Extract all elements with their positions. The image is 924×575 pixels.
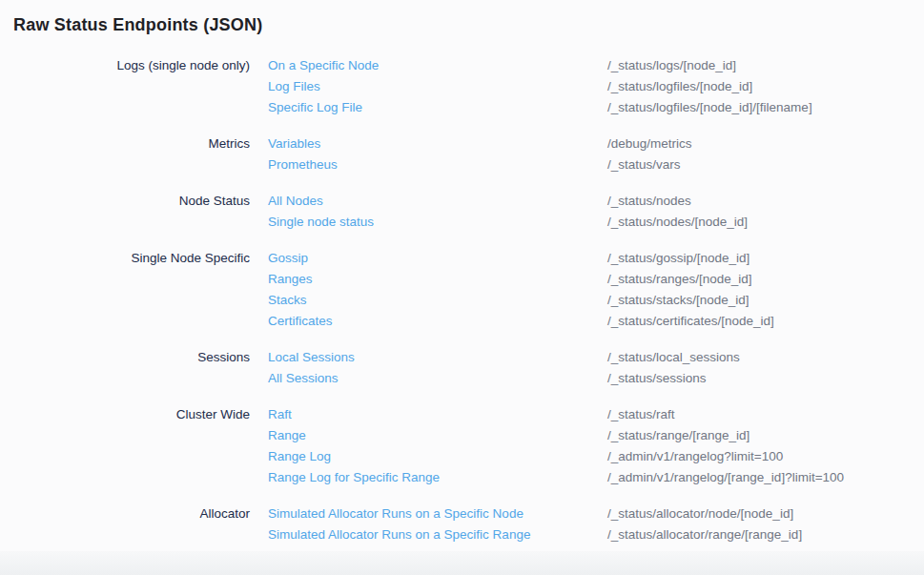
links-column: RaftRangeRange LogRange Log for Specific… <box>250 404 607 488</box>
endpoint-link[interactable]: Raft <box>268 404 292 425</box>
endpoint-path: /_status/logfiles/[node_id] <box>607 76 752 97</box>
endpoint-link[interactable]: Gossip <box>268 248 308 269</box>
endpoint-link[interactable]: On a Specific Node <box>268 55 379 76</box>
endpoint-link[interactable]: Certificates <box>268 311 333 332</box>
endpoint-sections: Logs (single node only) On a Specific No… <box>13 55 911 545</box>
links-column: All NodesSingle node status <box>250 191 607 233</box>
endpoint-path: /_status/allocator/node/[node_id] <box>607 503 793 524</box>
category-label: Logs (single node only) <box>13 55 250 118</box>
endpoint-link[interactable]: Stacks <box>268 290 307 311</box>
paths-column: /_status/logs/[node_id]/_status/logfiles… <box>607 55 911 118</box>
links-column: Local SessionsAll Sessions <box>250 347 607 389</box>
endpoint-section: Allocator Simulated Allocator Runs on a … <box>13 503 911 545</box>
page-title: Raw Status Endpoints (JSON) <box>13 12 911 37</box>
endpoint-path: /_status/certificates/[node_id] <box>607 311 774 332</box>
category-label: Allocator <box>13 503 250 545</box>
paths-column: /_status/allocator/node/[node_id]/_statu… <box>607 503 911 545</box>
endpoint-path: /_status/sessions <box>607 368 707 389</box>
endpoint-link[interactable]: Specific Log File <box>268 97 362 118</box>
endpoint-link[interactable]: Log Files <box>268 76 320 97</box>
endpoint-path: /_status/vars <box>607 154 681 175</box>
links-column: Simulated Allocator Runs on a Specific N… <box>250 503 607 545</box>
endpoint-link[interactable]: Variables <box>268 133 320 154</box>
links-column: VariablesPrometheus <box>250 133 607 175</box>
endpoint-link[interactable]: Range <box>268 425 306 446</box>
endpoint-path: /debug/metrics <box>607 133 692 154</box>
paths-column: /_status/nodes/_status/nodes/[node_id] <box>607 191 911 233</box>
endpoint-path: /_status/logs/[node_id] <box>607 55 736 76</box>
paths-column: /debug/metrics/_status/vars <box>607 133 911 175</box>
endpoint-path: /_status/nodes/[node_id] <box>607 212 748 233</box>
endpoint-path: /_status/nodes <box>607 191 691 212</box>
endpoint-section: Node Status All NodesSingle node status … <box>13 191 911 233</box>
category-label: Sessions <box>13 347 250 389</box>
paths-column: /_status/local_sessions/_status/sessions <box>607 347 911 389</box>
endpoint-section: Metrics VariablesPrometheus /debug/metri… <box>13 133 911 175</box>
category-label: Single Node Specific <box>13 248 250 332</box>
endpoint-link[interactable]: Ranges <box>268 269 313 290</box>
endpoint-path: /_status/gossip/[node_id] <box>607 248 749 269</box>
paths-column: /_status/raft/_status/range/[range_id]/_… <box>607 404 911 488</box>
endpoint-path: /_status/local_sessions <box>607 347 740 368</box>
endpoint-link[interactable]: All Nodes <box>268 191 323 212</box>
endpoint-path: /_admin/v1/rangelog?limit=100 <box>607 446 783 467</box>
raw-status-endpoints-page: Raw Status Endpoints (JSON) Logs (single… <box>0 0 924 545</box>
endpoint-section: Single Node Specific GossipRangesStacksC… <box>13 248 911 332</box>
endpoint-path: /_admin/v1/rangelog/[range_id]?limit=100 <box>607 467 844 488</box>
endpoint-link[interactable]: Prometheus <box>268 154 338 175</box>
endpoint-section: Logs (single node only) On a Specific No… <box>13 55 911 118</box>
links-column: On a Specific NodeLog FilesSpecific Log … <box>250 55 607 118</box>
endpoint-link[interactable]: Local Sessions <box>268 347 355 368</box>
footer-strip <box>0 551 924 575</box>
endpoint-link[interactable]: Range Log for Specific Range <box>268 467 440 488</box>
endpoint-link[interactable]: All Sessions <box>268 368 339 389</box>
endpoint-link[interactable]: Range Log <box>268 446 331 467</box>
category-label: Node Status <box>13 191 250 233</box>
endpoint-path: /_status/stacks/[node_id] <box>607 290 749 311</box>
links-column: GossipRangesStacksCertificates <box>250 248 607 332</box>
endpoint-link[interactable]: Simulated Allocator Runs on a Specific N… <box>268 503 524 524</box>
endpoint-path: /_status/range/[range_id] <box>607 425 749 446</box>
endpoint-path: /_status/raft <box>607 404 675 425</box>
endpoint-section: Cluster Wide RaftRangeRange LogRange Log… <box>13 404 911 488</box>
category-label: Metrics <box>13 133 250 175</box>
endpoint-section: Sessions Local SessionsAll Sessions /_st… <box>13 347 911 389</box>
endpoint-path: /_status/allocator/range/[range_id] <box>607 524 802 545</box>
endpoint-link[interactable]: Simulated Allocator Runs on a Specific R… <box>268 524 530 545</box>
endpoint-link[interactable]: Single node status <box>268 212 374 233</box>
endpoint-path: /_status/ranges/[node_id] <box>607 269 752 290</box>
paths-column: /_status/gossip/[node_id]/_status/ranges… <box>607 248 911 332</box>
category-label: Cluster Wide <box>13 404 250 488</box>
endpoint-path: /_status/logfiles/[node_id]/[filename] <box>607 97 812 118</box>
